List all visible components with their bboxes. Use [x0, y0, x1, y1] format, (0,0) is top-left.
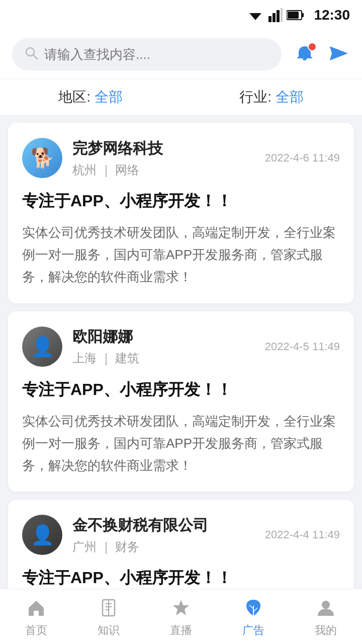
region-filter[interactable]: 地区: 全部 [58, 88, 123, 107]
svg-rect-3 [277, 10, 280, 22]
card-2-name: 欧阳娜娜 [72, 327, 265, 347]
bottom-nav: 首页 知识 直播 [0, 589, 362, 644]
nav-mine-label: 我的 [315, 623, 337, 638]
card-3-date: 2022-4-4 11:49 [265, 528, 340, 541]
svg-rect-1 [268, 16, 272, 22]
wifi-icon [246, 8, 264, 22]
card-1-title: 专注于APP、小程序开发！！ [22, 190, 340, 212]
card-1-sub: 杭州 ｜ 网络 [72, 162, 265, 178]
nav-home[interactable]: 首页 [0, 596, 72, 638]
svg-rect-2 [273, 13, 276, 22]
search-icon [24, 46, 38, 63]
nav-knowledge-label: 知识 [98, 623, 120, 638]
status-time: 12:30 [314, 7, 350, 23]
bell-button[interactable] [292, 41, 318, 67]
search-bar[interactable] [12, 38, 282, 70]
card-1-date: 2022-4-6 11:49 [265, 151, 340, 165]
card-3-title: 专注于APP、小程序开发！！ [22, 567, 340, 589]
header-icons [292, 41, 350, 67]
svg-rect-4 [281, 8, 283, 22]
card-2-meta: 欧阳娜娜 上海 ｜ 建筑 [72, 327, 265, 366]
nav-ad-label: 广告 [242, 623, 264, 638]
card-1[interactable]: 🐕 完梦网络科技 杭州 ｜ 网络 2022-4-6 11:49 专注于APP、小… [8, 123, 354, 303]
user-icon [314, 596, 338, 620]
card-2-title: 专注于APP、小程序开发！！ [22, 379, 340, 401]
industry-filter[interactable]: 行业: 全部 [239, 88, 304, 107]
card-2-avatar: 👤 [22, 327, 62, 367]
region-value: 全部 [95, 89, 123, 105]
card-1-name: 完梦网络科技 [72, 138, 265, 159]
nav-live-label: 直播 [170, 623, 192, 638]
svg-marker-10 [330, 46, 348, 60]
message-button[interactable] [328, 42, 350, 66]
leaf-icon [241, 596, 265, 620]
card-2-date: 2022-4-5 11:49 [265, 340, 340, 353]
nav-knowledge[interactable]: 知识 [72, 596, 145, 638]
card-3-name: 金不换财税有限公司 [72, 515, 265, 536]
search-input[interactable] [44, 47, 269, 62]
card-3-sub: 广州 ｜ 财务 [72, 539, 265, 555]
cards-container: 🐕 完梦网络科技 杭州 ｜ 网络 2022-4-6 11:49 专注于APP、小… [0, 123, 362, 644]
svg-marker-0 [249, 13, 261, 20]
industry-label: 行业: [239, 89, 272, 105]
svg-point-20 [322, 601, 330, 609]
filter-bar: 地区: 全部 行业: 全部 [0, 78, 362, 115]
svg-marker-16 [173, 600, 189, 615]
battery-icon [287, 10, 305, 21]
svg-line-9 [33, 55, 37, 59]
signal-icon [268, 8, 283, 22]
card-3-header: 👤 金不换财税有限公司 广州 ｜ 财务 2022-4-4 11:49 [22, 515, 340, 555]
nav-live[interactable]: 直播 [145, 596, 217, 638]
svg-rect-7 [288, 12, 299, 19]
header [0, 30, 362, 78]
status-icons [246, 8, 305, 22]
industry-value: 全部 [276, 89, 304, 105]
bell-badge [308, 42, 317, 51]
book-icon [97, 596, 121, 620]
card-1-avatar: 🐕 [22, 138, 62, 178]
svg-rect-6 [302, 13, 304, 17]
card-2-desc: 实体公司优秀技术研发团队，高端定制开发，全行业案例一对一服务，国内可靠APP开发… [22, 410, 340, 477]
home-icon [24, 596, 48, 620]
message-icon [328, 42, 350, 64]
nav-ad[interactable]: 广告 [217, 596, 290, 638]
card-3-meta: 金不换财税有限公司 广州 ｜ 财务 [72, 515, 265, 555]
card-2[interactable]: 👤 欧阳娜娜 上海 ｜ 建筑 2022-4-5 11:49 专注于APP、小程序… [8, 311, 354, 492]
card-1-header: 🐕 完梦网络科技 杭州 ｜ 网络 2022-4-6 11:49 [22, 138, 340, 178]
card-1-meta: 完梦网络科技 杭州 ｜ 网络 [72, 138, 265, 178]
star-icon [169, 596, 193, 620]
nav-home-label: 首页 [25, 623, 47, 638]
card-3-avatar: 👤 [22, 515, 62, 555]
card-1-desc: 实体公司优秀技术研发团队，高端定制开发，全行业案例一对一服务，国内可靠APP开发… [22, 221, 340, 288]
status-bar: 12:30 [0, 0, 362, 30]
region-label: 地区: [58, 89, 90, 105]
nav-mine[interactable]: 我的 [290, 596, 362, 638]
card-2-header: 👤 欧阳娜娜 上海 ｜ 建筑 2022-4-5 11:49 [22, 327, 340, 367]
card-2-sub: 上海 ｜ 建筑 [72, 350, 265, 366]
